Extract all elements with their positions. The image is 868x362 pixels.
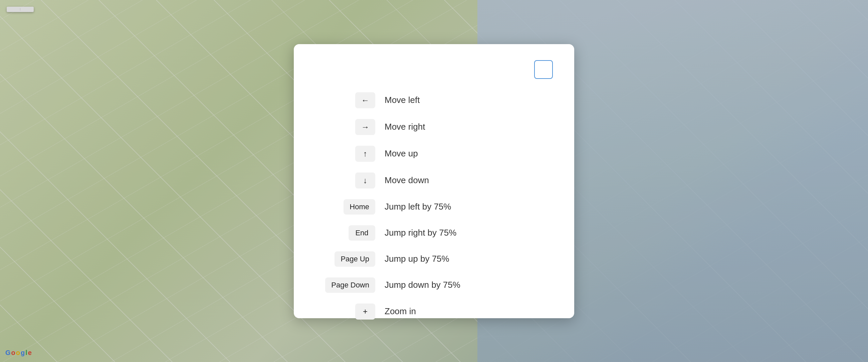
shortcut-key-col: End	[315, 225, 375, 241]
shortcut-row: EndJump right by 75%	[315, 225, 553, 241]
key-badge: End	[348, 225, 375, 241]
shortcut-row: ↑Move up	[315, 146, 553, 162]
shortcut-description: Move up	[384, 148, 553, 159]
key-badge: →	[355, 119, 375, 135]
shortcut-key-col: Page Down	[315, 277, 375, 293]
key-badge: +	[355, 304, 375, 319]
shortcut-description: Jump left by 75%	[384, 201, 553, 212]
shortcut-row: ←Move left	[315, 92, 553, 108]
key-badge: Home	[344, 199, 375, 215]
shortcut-row: +Zoom in	[315, 304, 553, 319]
shortcuts-list: ←Move left→Move right↑Move up↓Move downH…	[315, 92, 553, 319]
shortcut-key-col: →	[315, 119, 375, 135]
key-badge: ←	[355, 92, 375, 108]
shortcut-row: →Move right	[315, 119, 553, 135]
key-badge: ↑	[355, 146, 375, 162]
shortcut-description: Jump right by 75%	[384, 228, 553, 238]
modal-close-button[interactable]	[534, 60, 553, 79]
shortcut-description: Move right	[384, 122, 553, 132]
shortcut-key-col: Page Up	[315, 251, 375, 267]
shortcut-key-col: ↓	[315, 172, 375, 189]
shortcut-key-col: ←	[315, 92, 375, 108]
shortcut-description: Jump down by 75%	[384, 280, 553, 290]
shortcut-description: Move left	[384, 95, 553, 105]
shortcut-row: HomeJump left by 75%	[315, 199, 553, 215]
shortcut-key-col: Home	[315, 199, 375, 215]
shortcut-description: Jump up by 75%	[384, 254, 553, 264]
shortcut-key-col: +	[315, 304, 375, 319]
shortcut-description: Move down	[384, 175, 553, 186]
shortcut-key-col: ↑	[315, 146, 375, 162]
keyboard-shortcuts-modal: ←Move left→Move right↑Move up↓Move downH…	[294, 44, 574, 318]
shortcut-description: Zoom in	[384, 306, 553, 316]
modal-overlay: ←Move left→Move right↑Move up↓Move downH…	[0, 0, 868, 362]
shortcut-row: Page DownJump down by 75%	[315, 277, 553, 293]
key-badge: Page Down	[325, 277, 375, 293]
key-badge: Page Up	[335, 251, 375, 267]
key-badge: ↓	[355, 172, 375, 189]
shortcut-row: Page UpJump up by 75%	[315, 251, 553, 267]
shortcut-row: ↓Move down	[315, 172, 553, 189]
modal-header	[315, 60, 553, 79]
